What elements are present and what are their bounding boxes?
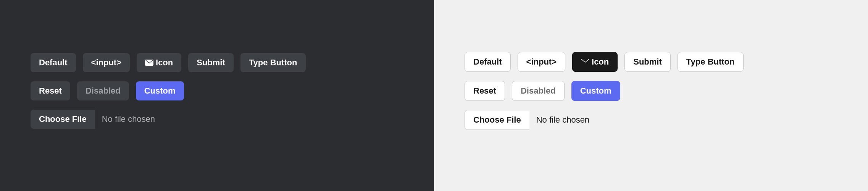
light-panel: Default <input> Icon Submit Type Button … <box>434 0 868 191</box>
dark-choose-file-button[interactable]: Choose File <box>31 110 95 129</box>
dark-reset-button[interactable]: Reset <box>31 81 70 100</box>
dark-panel: Default <input> Icon Submit Type Button … <box>0 0 434 191</box>
light-disabled-button: Disabled <box>512 81 565 101</box>
dark-row-3: Choose File No file chosen <box>31 110 403 129</box>
envelope-icon-light <box>581 59 589 65</box>
light-default-button[interactable]: Default <box>465 52 511 72</box>
dark-icon-button-label: Icon <box>156 58 173 68</box>
light-type-button[interactable]: Type Button <box>678 52 744 72</box>
dark-row-1: Default <input> Icon Submit Type Button <box>31 53 403 72</box>
light-choose-file-button[interactable]: Choose File <box>465 110 529 130</box>
light-icon-button-label: Icon <box>592 57 609 67</box>
dark-file-input: Choose File No file chosen <box>31 110 162 129</box>
dark-custom-button[interactable]: Custom <box>136 81 184 100</box>
dark-type-button[interactable]: Type Button <box>240 53 306 72</box>
light-custom-button[interactable]: Custom <box>571 81 620 101</box>
envelope-icon <box>145 60 153 66</box>
light-row-3: Choose File No file chosen <box>465 110 837 130</box>
light-file-input: Choose File No file chosen <box>465 110 596 130</box>
light-no-file-label: No file chosen <box>529 110 596 129</box>
light-input-button[interactable]: <input> <box>518 52 565 72</box>
light-row-1: Default <input> Icon Submit Type Button <box>465 52 837 72</box>
dark-input-button[interactable]: <input> <box>83 53 130 72</box>
light-reset-button[interactable]: Reset <box>465 81 505 101</box>
dark-default-button[interactable]: Default <box>31 53 76 72</box>
dark-no-file-label: No file chosen <box>95 110 162 129</box>
dark-disabled-button: Disabled <box>77 81 129 100</box>
light-icon-button[interactable]: Icon <box>572 52 618 72</box>
dark-submit-button[interactable]: Submit <box>188 53 234 72</box>
dark-icon-button[interactable]: Icon <box>137 53 181 72</box>
dark-row-2: Reset Disabled Custom <box>31 81 403 100</box>
light-row-2: Reset Disabled Custom <box>465 81 837 101</box>
light-submit-button[interactable]: Submit <box>624 52 671 72</box>
